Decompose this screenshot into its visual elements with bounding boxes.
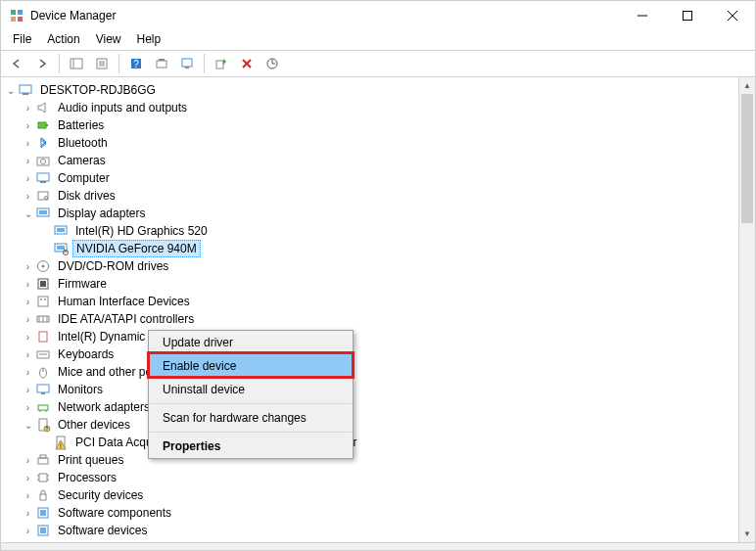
tree-category[interactable]: ›Keyboards xyxy=(3,345,736,363)
svg-rect-59 xyxy=(38,405,48,410)
context-separator xyxy=(150,403,352,404)
context-update-driver[interactable]: Update driver xyxy=(149,331,353,354)
tree-category[interactable]: ›Software components xyxy=(3,504,736,522)
chevron-right-icon[interactable]: › xyxy=(21,490,35,501)
tree-category[interactable]: ›Audio inputs and outputs xyxy=(3,99,736,116)
svg-rect-18 xyxy=(182,59,192,67)
tree-category[interactable]: ›Firmware xyxy=(3,275,736,293)
tree-node-label: Security devices xyxy=(55,487,146,503)
tree-category[interactable]: ›Monitors xyxy=(3,381,736,398)
menu-help[interactable]: Help xyxy=(129,30,169,50)
tree-item-selected[interactable]: NVIDIA GeForce 940M xyxy=(3,240,736,257)
chevron-right-icon[interactable]: › xyxy=(21,349,35,360)
chevron-right-icon[interactable]: › xyxy=(21,473,35,483)
device-tree[interactable]: ⌄ DESKTOP-RDJB6GG ›Audio inputs and outp… xyxy=(1,77,738,542)
help-button[interactable]: ? xyxy=(124,52,148,75)
chevron-right-icon[interactable]: › xyxy=(21,526,35,536)
tree-category[interactable]: ›Security devices xyxy=(3,486,736,504)
scroll-down-arrow[interactable]: ▼ xyxy=(739,526,755,542)
tree-category[interactable]: ›Software devices xyxy=(3,522,736,539)
computer-icon xyxy=(18,82,33,98)
uninstall-button[interactable] xyxy=(235,52,259,75)
chevron-right-icon[interactable]: › xyxy=(21,508,35,519)
context-menu: Update driver Enable device Uninstall de… xyxy=(148,330,354,459)
scan-button[interactable] xyxy=(150,52,173,75)
display-icon xyxy=(53,223,69,239)
minimize-button[interactable] xyxy=(620,1,665,30)
svg-rect-35 xyxy=(39,210,47,214)
svg-rect-45 xyxy=(38,297,48,306)
chevron-down-icon[interactable]: ⌄ xyxy=(3,85,18,96)
chevron-right-icon[interactable]: › xyxy=(21,455,35,466)
tree-node-label: DESKTOP-RDJB6GG xyxy=(37,82,159,98)
maximize-button[interactable] xyxy=(665,1,710,30)
vertical-scrollbar[interactable]: ▲ ▼ xyxy=(738,77,755,542)
chevron-right-icon[interactable]: › xyxy=(21,191,35,202)
menubar: File Action View Help xyxy=(1,30,755,50)
tree-category[interactable]: ›DVD/CD-ROM drives xyxy=(3,257,736,275)
firmware-icon xyxy=(35,276,51,292)
svg-rect-79 xyxy=(40,528,46,533)
chevron-right-icon[interactable]: › xyxy=(21,103,35,114)
tree-category[interactable]: ›Bluetooth xyxy=(3,134,736,152)
chevron-down-icon[interactable]: ⌄ xyxy=(21,420,35,431)
scan-hardware-button[interactable] xyxy=(260,52,284,75)
tree-category[interactable]: ›Human Interface Devices xyxy=(3,293,736,310)
menu-file[interactable]: File xyxy=(5,30,39,50)
tree-node-label: Network adapters xyxy=(55,399,153,415)
tree-category-other[interactable]: ⌄ ? Other devices xyxy=(3,416,736,434)
titlebar: Device Manager xyxy=(1,1,755,30)
enable-button[interactable] xyxy=(210,52,233,75)
scroll-thumb[interactable] xyxy=(741,94,753,223)
window-title: Device Manager xyxy=(30,9,620,23)
chevron-right-icon[interactable]: › xyxy=(21,385,35,395)
chevron-right-icon[interactable]: › xyxy=(21,314,35,325)
tree-node-label: IDE ATA/ATAPI controllers xyxy=(55,311,197,327)
tree-item[interactable]: Intel(R) HD Graphics 520 xyxy=(3,222,736,240)
context-enable-device[interactable]: Enable device xyxy=(149,354,353,378)
chevron-right-icon[interactable]: › xyxy=(21,138,35,149)
svg-point-29 xyxy=(41,160,46,164)
tree-root[interactable]: ⌄ DESKTOP-RDJB6GG xyxy=(3,81,736,99)
svg-rect-57 xyxy=(37,385,49,392)
tree-category[interactable]: ›Cameras xyxy=(3,152,736,169)
properties-button[interactable] xyxy=(90,52,114,75)
tree-node-label: Disk drives xyxy=(55,188,118,204)
tree-category[interactable]: ›Network adapters xyxy=(3,398,736,416)
software-icon xyxy=(35,523,51,538)
back-button[interactable] xyxy=(5,52,28,75)
context-uninstall-device[interactable]: Uninstall device xyxy=(149,378,353,401)
chevron-right-icon[interactable]: › xyxy=(21,367,35,378)
tree-category[interactable]: ›Batteries xyxy=(3,116,736,134)
context-scan-hardware[interactable]: Scan for hardware changes xyxy=(149,406,353,430)
tree-category[interactable]: ›Computer xyxy=(3,169,736,187)
chevron-right-icon[interactable]: › xyxy=(21,297,35,307)
chevron-right-icon[interactable]: › xyxy=(21,156,35,166)
tree-category[interactable]: ›IDE ATA/ATAPI controllers xyxy=(3,310,736,328)
chevron-down-icon[interactable]: ⌄ xyxy=(21,208,35,219)
show-hide-button[interactable] xyxy=(65,52,88,75)
svg-rect-0 xyxy=(11,10,16,15)
chevron-right-icon[interactable]: › xyxy=(21,173,35,184)
update-button[interactable] xyxy=(175,52,199,75)
chevron-right-icon[interactable]: › xyxy=(21,332,35,343)
chevron-right-icon[interactable]: › xyxy=(21,120,35,131)
chevron-right-icon[interactable]: › xyxy=(21,279,35,290)
tree-category[interactable]: ›Disk drives xyxy=(3,187,736,205)
tree-node-label: Other devices xyxy=(55,417,133,433)
menu-view[interactable]: View xyxy=(88,30,129,50)
tree-category[interactable]: ›Print queues xyxy=(3,451,736,469)
scroll-up-arrow[interactable]: ▲ xyxy=(739,77,755,94)
menu-action[interactable]: Action xyxy=(39,30,87,50)
chevron-right-icon[interactable]: › xyxy=(21,402,35,413)
forward-button[interactable] xyxy=(30,52,54,75)
tree-category[interactable]: ›Intel(R) Dynamic Platform and Thermal F… xyxy=(3,328,736,345)
chevron-right-icon[interactable]: › xyxy=(21,261,35,272)
tree-item[interactable]: ! PCI Data Acquisition and Signal Proces… xyxy=(3,434,736,451)
tree-category[interactable]: ›Mice and other pointing devices xyxy=(3,363,736,381)
tree-category-display[interactable]: ⌄ Display adapters xyxy=(3,205,736,222)
context-properties[interactable]: Properties xyxy=(149,435,353,458)
close-button[interactable] xyxy=(710,1,755,30)
tree-node-label: Bluetooth xyxy=(55,135,111,151)
tree-category[interactable]: ›Processors xyxy=(3,469,736,486)
